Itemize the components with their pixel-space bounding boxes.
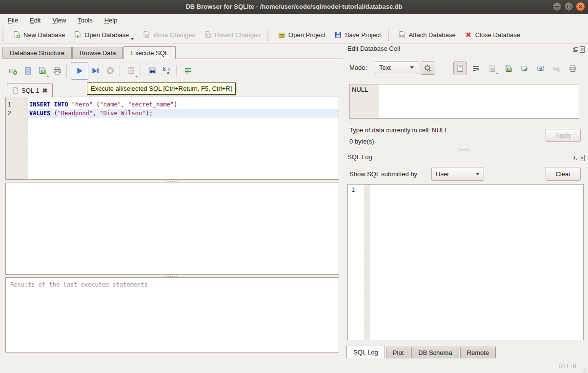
revert-changes-label: Revert Changes <box>215 31 261 39</box>
close-dock-button[interactable]: × <box>579 155 585 161</box>
log-filter-select[interactable]: User <box>431 167 484 181</box>
open-database-icon <box>74 31 81 39</box>
format-sql-button[interactable] <box>181 63 195 78</box>
close-dock-button[interactable]: × <box>579 46 585 52</box>
menu-help[interactable]: Help <box>100 15 122 25</box>
minimize-button[interactable] <box>552 2 562 11</box>
execute-all-button[interactable] <box>71 62 88 80</box>
tab-remote[interactable]: Remote <box>460 347 496 358</box>
copy-link-button[interactable] <box>534 62 547 75</box>
float-dock-button[interactable] <box>572 46 578 52</box>
set-null-button[interactable] <box>550 62 564 75</box>
minimize-icon <box>555 6 559 7</box>
close-tab-icon[interactable]: ✖ <box>42 87 47 94</box>
print-button[interactable] <box>50 63 64 78</box>
tab-label: Remote <box>467 349 489 356</box>
open-database-button[interactable]: Open Database <box>69 27 138 42</box>
open-sql-file-button[interactable] <box>20 63 35 78</box>
menu-file[interactable]: File <box>3 15 23 25</box>
attach-database-icon <box>398 31 406 39</box>
find-button[interactable] <box>145 63 160 78</box>
open-database-dropdown-icon[interactable] <box>131 38 134 40</box>
splitter-handle[interactable] <box>459 149 460 150</box>
sql-log-dock-title: SQL Log <box>347 153 372 161</box>
stop-icon <box>106 66 115 75</box>
auto-switch-mode-button[interactable] <box>421 61 435 75</box>
float-icon <box>573 156 577 160</box>
revert-changes-button[interactable]: Revert Changes <box>200 27 265 42</box>
code-line[interactable]: 1INSERT INTO "hero" ("name", "secret_nam… <box>6 100 339 109</box>
gear-icon <box>424 63 432 72</box>
tab-plot[interactable]: Plot <box>386 347 410 358</box>
resize-grip[interactable] <box>585 370 586 371</box>
toolbar-separator <box>141 65 143 77</box>
cell-value-editor[interactable]: NULL <box>349 84 579 119</box>
menu-edit[interactable]: Edit <box>25 15 45 25</box>
tab-label: SQL Log <box>353 349 378 356</box>
encoding-indicator: UTF-8 <box>558 362 576 370</box>
cell-type-info: Type of data currently in cell: NULL <box>349 126 448 134</box>
word-wrap-button[interactable] <box>469 62 483 75</box>
query-results-table[interactable] <box>5 183 339 275</box>
clear-log-button[interactable]: Clear <box>546 167 581 181</box>
code-line[interactable]: 2VALUES ("Deadpond", "Dive Wilson"); <box>6 109 339 118</box>
save-sql-file-button[interactable] <box>35 63 50 78</box>
close-button[interactable]: × <box>576 2 585 11</box>
tab-label: Execute SQL <box>131 49 168 57</box>
line-number: 2 <box>6 109 22 118</box>
save-file-icon <box>38 66 47 75</box>
tab-sql-log[interactable]: SQL Log <box>346 346 385 358</box>
new-database-icon <box>13 31 20 39</box>
menu-tools[interactable]: Tools <box>73 15 97 25</box>
text-mode-button[interactable] <box>453 62 467 75</box>
open-project-button[interactable]: Open Project <box>273 27 330 42</box>
format-lines-icon <box>183 66 192 75</box>
splitter-handle[interactable] <box>166 181 167 182</box>
tab-db-schema[interactable]: DB Schema <box>411 347 459 358</box>
execute-line-button[interactable] <box>88 63 103 78</box>
tab-browse-data[interactable]: Browse Data <box>72 47 123 59</box>
sql-editor[interactable]: 1INSERT INTO "hero" ("name", "secret_nam… <box>5 97 339 180</box>
apply-label: Apply <box>555 132 571 139</box>
maximize-button[interactable] <box>564 2 573 11</box>
tab-database-structure[interactable]: Database Structure <box>2 47 72 59</box>
new-database-button[interactable]: New Database <box>8 27 69 42</box>
tab-execute-sql[interactable]: Execute SQL <box>123 46 176 59</box>
print-cell-button[interactable] <box>566 62 580 75</box>
open-new-tab-button[interactable] <box>6 63 20 78</box>
open-in-external-button[interactable] <box>518 62 531 75</box>
float-dock-button[interactable] <box>572 155 578 161</box>
tooltip-text: Execute all/selected SQL [Ctrl+Return, F… <box>91 85 232 92</box>
export-data-button[interactable] <box>502 62 515 75</box>
tab-label: Plot <box>393 349 404 356</box>
results-message-panel[interactable]: Results of the last executed statements <box>5 277 339 352</box>
replace-ab-icon: ba <box>162 66 171 75</box>
save-results-button[interactable] <box>124 63 139 78</box>
menu-view[interactable]: View <box>47 15 71 25</box>
save-project-button[interactable]: Save Project <box>330 27 385 42</box>
attach-database-button[interactable]: Attach Database <box>394 27 460 42</box>
play-icon <box>75 66 84 75</box>
import-data-button[interactable] <box>486 62 499 75</box>
titlebar[interactable]: DB Browser for SQLite - /home/user/code/… <box>0 0 588 14</box>
line-number: 1 <box>6 100 22 109</box>
mode-select[interactable]: Text <box>375 61 418 74</box>
close-database-button[interactable]: Close Database <box>460 27 525 42</box>
fold-margin <box>22 100 28 109</box>
sql-log-view[interactable]: 1 <box>347 184 584 340</box>
attach-database-label: Attach Database <box>409 31 456 39</box>
dock-buttons: × <box>572 46 585 52</box>
replace-button[interactable]: ba <box>160 63 174 78</box>
dropdown-caret-icon <box>496 73 499 74</box>
cell-editor-toolbar <box>453 62 582 75</box>
show-sql-label: Show SQL submitted by <box>349 170 417 178</box>
sql-document-tab[interactable]: SQL 1 ✖ <box>7 83 53 97</box>
apply-button[interactable]: Apply <box>546 129 581 142</box>
splitter-handle[interactable] <box>166 276 167 277</box>
log-line-number: 1 <box>351 186 355 193</box>
stop-button[interactable] <box>103 63 118 78</box>
write-changes-button[interactable]: Write Changes <box>138 27 200 42</box>
svg-text:b: b <box>163 67 166 72</box>
code-text: INSERT INTO "hero" ("name", "secret_name… <box>28 100 339 109</box>
printer-icon <box>569 64 577 72</box>
